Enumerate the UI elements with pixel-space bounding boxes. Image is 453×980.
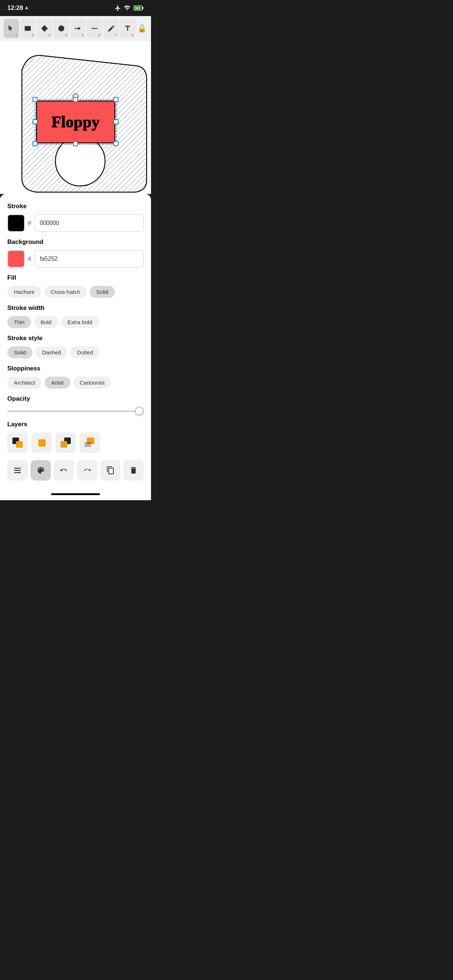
menu-action-btn[interactable] bbox=[7, 460, 28, 480]
tool-rect[interactable]: 2 bbox=[21, 19, 36, 38]
slop-artist[interactable]: Artist bbox=[45, 377, 70, 389]
undo-icon bbox=[59, 466, 68, 475]
background-label: Background bbox=[7, 239, 144, 246]
copy-icon bbox=[106, 466, 115, 475]
status-time: 12:28 bbox=[7, 5, 29, 12]
svg-rect-29 bbox=[61, 441, 67, 448]
battery-svg: ⚡ bbox=[134, 5, 144, 11]
delete-action-btn[interactable] bbox=[123, 460, 144, 480]
svg-marker-5 bbox=[41, 25, 48, 32]
svg-rect-20 bbox=[114, 119, 118, 124]
battery-icon: ⚡ bbox=[134, 5, 144, 11]
fill-hachure[interactable]: Hachure bbox=[7, 286, 41, 298]
canvas-area[interactable]: Floppy bbox=[0, 41, 151, 194]
stroke-color-row: # bbox=[7, 215, 144, 232]
bg-color-input[interactable] bbox=[34, 250, 144, 267]
svg-rect-16 bbox=[33, 97, 37, 102]
text-tool-icon bbox=[124, 24, 132, 32]
fill-solid[interactable]: Solid bbox=[90, 286, 115, 298]
style-dashed[interactable]: Dashed bbox=[35, 346, 67, 358]
bottom-actions bbox=[7, 460, 144, 480]
style-solid[interactable]: Solid bbox=[7, 346, 32, 358]
slop-architect[interactable]: Architect bbox=[7, 377, 41, 389]
fill-section: Fill Hachure Cross-hatch Solid bbox=[7, 274, 144, 298]
time-display: 12:28 bbox=[7, 5, 23, 12]
layer-btn-1[interactable] bbox=[7, 433, 28, 453]
svg-rect-2 bbox=[143, 7, 144, 9]
layer-icons-row bbox=[7, 433, 144, 453]
svg-rect-4 bbox=[25, 26, 31, 31]
svg-point-11 bbox=[56, 136, 105, 186]
svg-text:⚡: ⚡ bbox=[136, 7, 139, 10]
airplane-icon bbox=[115, 5, 121, 11]
layer-icon-4 bbox=[84, 437, 96, 449]
status-icons: ⚡ bbox=[115, 5, 144, 11]
fill-crosshatch[interactable]: Cross-hatch bbox=[44, 286, 87, 298]
hamburger-icon bbox=[13, 466, 22, 475]
layer-btn-4[interactable] bbox=[80, 433, 100, 453]
layer-icon-3 bbox=[60, 437, 72, 449]
tool-line[interactable]: 6 bbox=[87, 19, 102, 38]
slop-cartoonist[interactable]: Cartoonist bbox=[73, 377, 111, 389]
status-bar: 12:28 ⚡ bbox=[0, 0, 151, 16]
stroke-bold[interactable]: Bold bbox=[34, 316, 58, 328]
svg-rect-34 bbox=[14, 472, 21, 473]
stroke-hash: # bbox=[28, 220, 31, 227]
canvas-svg: Floppy bbox=[0, 41, 151, 194]
diamond-icon bbox=[40, 24, 48, 32]
svg-rect-21 bbox=[33, 142, 37, 146]
fill-options: Hachure Cross-hatch Solid bbox=[7, 286, 144, 298]
redo-icon bbox=[83, 466, 91, 475]
stroke-width-label: Stroke width bbox=[7, 304, 144, 312]
svg-rect-26 bbox=[16, 441, 22, 448]
stroke-section: Stroke # bbox=[7, 203, 144, 232]
home-indicator bbox=[0, 488, 151, 500]
stroke-color-input[interactable] bbox=[34, 215, 144, 232]
undo-action-btn[interactable] bbox=[54, 460, 74, 480]
stroke-extra-bold[interactable]: Extra bold bbox=[61, 316, 99, 328]
rect-icon bbox=[24, 24, 32, 32]
properties-panel: Stroke # Background # Fill Hachure Cross… bbox=[0, 194, 151, 488]
layer-btn-2[interactable] bbox=[31, 433, 52, 453]
svg-rect-32 bbox=[14, 468, 21, 469]
stroke-label: Stroke bbox=[7, 203, 144, 210]
tool-arrow[interactable]: 5 bbox=[70, 19, 86, 38]
arrow-icon bbox=[74, 24, 82, 32]
bg-color-row: # bbox=[7, 250, 144, 267]
style-action-btn[interactable] bbox=[30, 460, 51, 480]
layer-btn-3[interactable] bbox=[56, 433, 76, 453]
svg-marker-8 bbox=[78, 27, 81, 30]
sloppiness-label: Sloppiness bbox=[7, 365, 144, 372]
redo-action-btn[interactable] bbox=[77, 460, 97, 480]
tool-diamond[interactable]: 3 bbox=[37, 19, 52, 38]
bg-color-swatch[interactable] bbox=[7, 250, 25, 267]
lock-button[interactable]: 🔓 bbox=[137, 22, 147, 35]
circle-icon bbox=[57, 24, 65, 32]
palette-icon bbox=[37, 466, 45, 475]
layers-section: Layers bbox=[7, 421, 144, 453]
cursor-icon bbox=[7, 24, 15, 32]
tool-select[interactable]: 1 bbox=[4, 19, 19, 38]
stroke-width-options: Thin Bold Extra bold bbox=[7, 316, 144, 328]
svg-rect-23 bbox=[114, 142, 118, 146]
svg-rect-19 bbox=[33, 119, 37, 124]
stroke-thin[interactable]: Thin bbox=[7, 316, 31, 328]
copy-action-btn[interactable] bbox=[100, 460, 121, 480]
location-arrow-icon bbox=[24, 6, 29, 10]
stroke-width-section: Stroke width Thin Bold Extra bold bbox=[7, 304, 144, 328]
style-dotted[interactable]: Dotted bbox=[70, 346, 100, 358]
stroke-color-swatch[interactable] bbox=[7, 215, 25, 232]
tool-pencil[interactable]: 7 bbox=[104, 19, 119, 38]
tool-circle[interactable]: 4 bbox=[54, 19, 69, 38]
toolbar: 1 2 3 4 5 6 7 bbox=[0, 16, 151, 41]
tool-text[interactable]: 8 bbox=[120, 19, 135, 38]
home-bar bbox=[51, 493, 100, 495]
stroke-style-section: Stroke style Solid Dashed Dotted bbox=[7, 335, 144, 358]
svg-rect-18 bbox=[114, 97, 118, 102]
svg-text:Floppy: Floppy bbox=[51, 113, 100, 131]
wifi-icon bbox=[124, 5, 131, 11]
bg-hash: # bbox=[28, 255, 31, 263]
layers-label: Layers bbox=[7, 421, 144, 428]
opacity-slider[interactable] bbox=[7, 410, 144, 412]
layer-icon-2 bbox=[36, 437, 48, 449]
